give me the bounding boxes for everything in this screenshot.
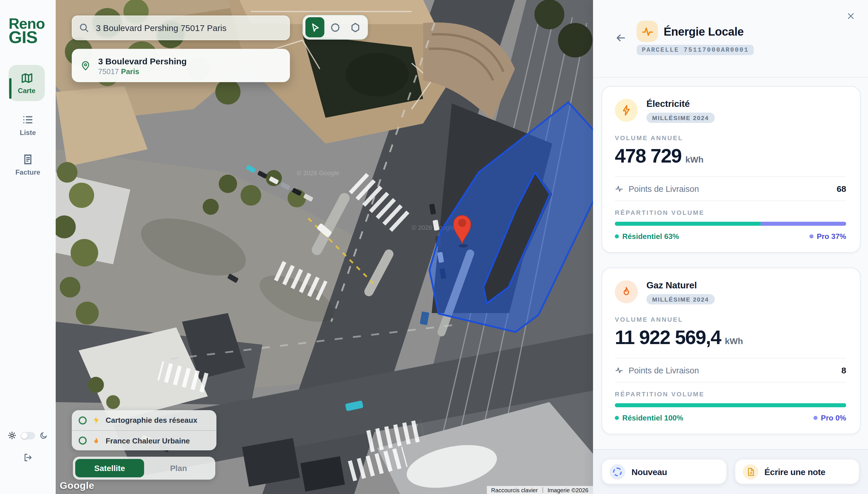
energy-pulse-icon — [637, 21, 658, 42]
pdl-label: Points de Livraison — [629, 366, 836, 375]
panel-header: Énergie Locale PARCELLE 75117000AR0001 — [593, 0, 868, 78]
radio-reseaux[interactable] — [79, 416, 87, 424]
google-logo: Google — [60, 480, 95, 492]
sidebar-item-liste[interactable]: Liste — [0, 114, 56, 137]
panel-body: Électricité MILLÉSIME 2024 VOLUME ANNUEL… — [593, 78, 868, 449]
pulse-icon — [615, 366, 624, 375]
search-icon — [79, 23, 89, 33]
map-attribution: Raccourcis clavier Imagerie ©2026 — [487, 486, 593, 494]
parcel-badge: PARCELLE 75117000AR0001 — [637, 45, 754, 55]
residentiel-legend: Résidentiel 63% — [622, 232, 679, 241]
teal-dot — [615, 416, 619, 420]
pro-segment — [761, 222, 846, 226]
pro-legend: Pro 0% — [821, 414, 846, 422]
residentiel-segment — [615, 403, 846, 407]
dark-mode-switch[interactable] — [21, 432, 35, 439]
nouveau-button[interactable]: Nouveau — [601, 459, 727, 484]
residentiel-legend: Résidentiel 100% — [622, 414, 683, 422]
address-search[interactable] — [72, 16, 290, 40]
volume-unit: kWh — [725, 336, 743, 346]
volume-label: VOLUME ANNUEL — [615, 134, 846, 141]
sidebar-item-carte[interactable]: Carte — [8, 65, 45, 101]
imagery-credit: Imagerie ©2026 — [547, 487, 588, 493]
theme-toggle-row — [0, 431, 56, 439]
basemap-satellite-button[interactable]: Satellite — [75, 459, 144, 477]
divider — [615, 358, 846, 358]
repartition-label: RÉPARTITION VOLUME — [615, 209, 846, 216]
divider — [615, 176, 846, 177]
receipt-icon — [22, 153, 34, 166]
keyboard-shortcuts-link[interactable]: Raccourcis clavier — [491, 487, 538, 493]
flame-icon — [615, 280, 638, 303]
repartition-bar — [615, 403, 846, 407]
volume-value: 11 922 569,4 — [615, 326, 721, 349]
new-selection-icon — [610, 464, 625, 479]
pro-legend: Pro 37% — [816, 232, 846, 241]
app-logo: Reno GIS — [8, 17, 45, 44]
logout-icon — [23, 453, 33, 462]
circle-tool-button[interactable] — [326, 17, 345, 37]
purple-dot — [813, 416, 817, 420]
sidebar: Reno GIS Carte Liste Facture — [0, 0, 56, 494]
switch-knob — [21, 432, 27, 439]
list-icon — [22, 114, 34, 126]
energy-panel: Énergie Locale PARCELLE 75117000AR0001 É… — [593, 0, 868, 494]
select-tool-button[interactable] — [305, 17, 324, 37]
volume-value: 478 729 — [615, 145, 682, 167]
volume-unit: kWh — [686, 154, 704, 164]
basemap-plan-button[interactable]: Plan — [144, 459, 213, 477]
polygon-tool-button[interactable] — [346, 17, 365, 37]
radio-chaleur[interactable] — [79, 437, 87, 444]
active-indicator — [9, 78, 12, 99]
delivery-points-row: Points de Livraison 68 — [615, 184, 846, 201]
map-canvas[interactable]: © 2026 Google © 2026 Google — [56, 0, 593, 494]
map-tool-group — [302, 15, 368, 40]
result-city-line: 75017 Paris — [98, 67, 186, 76]
close-icon[interactable] — [846, 12, 855, 21]
flame-icon — [92, 436, 100, 445]
note-icon — [743, 464, 758, 479]
moon-icon — [40, 431, 48, 439]
map-icon — [20, 72, 33, 84]
divider — [615, 201, 846, 201]
gas-card: Gaz Naturel MILLÉSIME 2024 VOLUME ANNUEL… — [601, 268, 861, 434]
panel-title: Énergie Locale — [664, 25, 744, 38]
pulse-icon — [615, 184, 624, 193]
lightning-icon — [615, 99, 638, 122]
pdl-value: 8 — [841, 365, 846, 375]
map-pin-icon — [80, 60, 91, 71]
svg-text:© 2026 Google: © 2026 Google — [297, 169, 339, 177]
logout-button[interactable] — [0, 453, 56, 462]
write-note-button[interactable]: Écrire une note — [734, 459, 860, 484]
electricity-card: Électricité MILLÉSIME 2024 VOLUME ANNUEL… — [601, 86, 861, 253]
repartition-bar — [615, 222, 846, 226]
layer-row-chaleur[interactable]: France Chaleur Urbaine — [72, 430, 216, 450]
attribution-divider — [542, 487, 543, 493]
sun-icon — [8, 431, 16, 439]
result-address: 3 Boulevard Pershing — [98, 55, 186, 66]
volume-label: VOLUME ANNUEL — [615, 316, 846, 323]
divider — [615, 382, 846, 383]
card-title: Gaz Naturel — [646, 280, 715, 291]
bolt-icon — [92, 416, 100, 424]
search-result-item[interactable]: 3 Boulevard Pershing 75017 Paris — [72, 49, 290, 82]
delivery-points-row: Points de Livraison 8 — [615, 365, 846, 382]
layers-panel: Cartographie des réseaux France Chaleur … — [72, 410, 216, 450]
residentiel-segment — [615, 222, 761, 226]
repartition-label: RÉPARTITION VOLUME — [615, 391, 846, 398]
back-button[interactable] — [615, 32, 626, 44]
vintage-badge: MILLÉSIME 2024 — [646, 294, 715, 304]
teal-dot — [615, 234, 619, 239]
sidebar-item-facture[interactable]: Facture — [0, 153, 56, 176]
app-window: © 2026 Google © 2026 Google — [0, 0, 868, 494]
panel-footer: Nouveau Écrire une note — [593, 449, 868, 494]
card-title: Électricité — [646, 99, 715, 109]
vintage-badge: MILLÉSIME 2024 — [646, 113, 715, 123]
layer-row-reseaux[interactable]: Cartographie des réseaux — [72, 410, 216, 430]
purple-dot — [809, 234, 813, 239]
pdl-label: Points de Livraison — [629, 184, 831, 193]
search-input[interactable] — [95, 22, 282, 33]
pdl-value: 68 — [837, 184, 846, 194]
basemap-toggle: Satellite Plan — [73, 457, 215, 480]
